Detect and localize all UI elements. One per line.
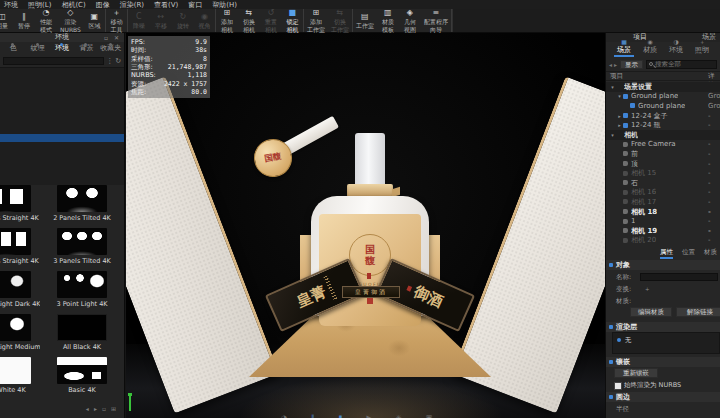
scene-tree-row[interactable]: ▸ 12-24 盒子 - [606,111,720,121]
footer-icon[interactable]: ◂ [86,405,89,412]
toolbar-button[interactable]: ≡ 配置程序 向导 [421,9,452,32]
scene-tree-row[interactable]: ▾ 场景设置 [606,82,720,92]
toolbar-button[interactable]: ＋ 移动 工具 [106,9,128,32]
retessellate-button[interactable]: 重新镶嵌 [614,368,658,378]
footer-icon[interactable]: ⊞ [111,405,116,412]
object-name-input[interactable] [640,273,718,281]
unlink-material-button[interactable]: 解除链接 [676,307,720,317]
environment-thumbnail[interactable]: 3 Point Light Dark 4K [0,271,40,308]
environment-tab[interactable]: 收藏夹 [99,43,123,55]
toolbar-button[interactable]: ◉ 视角 [194,9,216,32]
environment-thumbnail[interactable]: 3 Point Light Medium 4K [0,314,40,351]
tree-expand-arrow[interactable]: ▾ [616,93,623,99]
toolbar-button[interactable]: ↔ 平移 [150,9,172,32]
transform-icon[interactable]: ＋ [644,284,651,294]
footer-icon[interactable]: ▫ [102,405,106,412]
toolbar-button[interactable]: ↺ 重置 相机 [260,9,282,32]
show-filter-button[interactable]: 显示 [620,60,643,69]
environment-tab[interactable]: 环境 [50,43,74,55]
toolbar-button[interactable]: ⇆ 切换 工作室 [328,9,353,32]
scene-tree-row[interactable]: 相机 16 - [606,188,720,198]
project-tab[interactable]: ▦ 场景 [612,42,636,57]
panel-dock-close-icons[interactable]: ▫ ✕ [104,33,121,42]
viewport-toolbar-icon[interactable]: ▮ [339,414,343,418]
properties-tab[interactable]: 位置 [682,248,695,257]
viewport-toolbar-icon[interactable]: ▶ [366,414,371,418]
tree-expand-arrow[interactable]: ▾ [609,132,616,138]
scene-tree-row[interactable]: ▾ Ground plane Ground [606,92,720,102]
scene-tree-row[interactable]: 前 - [606,149,720,159]
toolbar-button[interactable]: ⊞ 添加 工作室 [304,9,328,32]
environment-tab[interactable]: 色 [1,43,25,55]
environment-search-input[interactable] [3,57,104,65]
toolbar-button-icon: ◉ [201,13,208,21]
toolbar-button[interactable]: ⇆ 切换 相机 [238,9,260,32]
filter-icon[interactable]: ⋮ [106,58,113,65]
edit-material-button[interactable]: 编辑材质 [630,307,672,317]
viewport-toolbar-icon[interactable]: ▣ [426,414,433,418]
environment-thumbnail[interactable]: Basic 4K [48,357,116,394]
project-tab[interactable]: ＋ 照明 [690,42,714,57]
scene-search-placeholder: 搜索全部 [655,60,681,69]
realtime-viewport[interactable]: 国馥 国馥 GUOFU 御盒香 皇菁 御酒 皇菁御酒 [126,33,605,418]
environment-thumbnail[interactable]: 3 Panels Straight 4K [0,228,40,265]
toolbar-button[interactable]: ▤ 工作室 [353,9,377,32]
project-tab[interactable]: ◉ 材质 [638,42,662,57]
toolbar-button[interactable]: ▥ 材质 模板 [377,9,399,32]
environment-thumbnail[interactable]: All Black 4K [48,314,116,351]
column-item[interactable]: 项目 [610,72,623,81]
environment-thumbnail[interactable]: All White 4K [0,357,40,394]
scene-tree-row[interactable]: 相机 18 - [606,207,720,217]
toolbar-button[interactable]: ◔ 性能 模式 [35,9,57,32]
scene-tree-row[interactable]: ▾ 相机 [606,130,720,140]
toolbar-button[interactable]: ◫ 用量 [0,9,13,32]
environment-thumbnail[interactable]: 2 Panels Tilted 4K [48,185,116,222]
stats-row: 采样值: 8 [131,55,207,63]
render-layer-list[interactable]: 无 [612,332,720,354]
tree-expand-arrow[interactable]: ▸ [616,113,623,119]
scene-tree-row[interactable]: ▸ 12-24 瓶 - [606,120,720,130]
project-tab[interactable]: ◑ 环境 [664,42,688,57]
refresh-icon[interactable]: ↻ [115,58,121,65]
bottle-cap [355,133,385,186]
footer-icon[interactable]: ▸ [94,405,97,412]
scene-tree-row[interactable]: Free Camera - [606,140,720,150]
environment-tab[interactable]: 纹理 [25,43,49,55]
properties-tab[interactable]: 材质 [704,248,717,257]
toolbar-button[interactable]: ⊞ 添加 相机 [216,9,238,32]
viewport-toolbar-icon[interactable]: ◔ [281,414,287,418]
project-panel: 项目 场景 ▦ 场景 ◉ 材质 ◑ 环境 [605,33,720,418]
toolbar-button[interactable]: C 降噪 [128,9,150,32]
toolbar-button[interactable]: ∥ 暂停 [13,9,35,32]
scene-tree-row[interactable]: 相机 19 - [606,226,720,236]
viewport-toolbar-icon[interactable]: ✳ [396,414,402,418]
scene-tree-row[interactable]: 1 - [606,216,720,226]
environment-thumbnail[interactable]: 3 Panels Tilted 4K [48,228,116,265]
viewport-toolbar-icon[interactable]: ∥ [311,414,315,418]
scene-tree-row[interactable]: 相机 15 - [606,168,720,178]
tree-expand-arrow[interactable]: ▾ [609,84,616,90]
toolbar-button[interactable]: ▣ 区域 [84,9,106,32]
scene-search-input[interactable]: 搜索全部 [646,60,717,69]
scene-tree-row[interactable]: 相机 20 - [606,236,720,246]
toolbar-button[interactable]: ■ 锁定 相机 [282,9,304,32]
toolbar-button[interactable]: ◇ 渲染 NURBS [57,9,84,32]
render-layer-none-item[interactable]: 无 [617,336,632,345]
properties-tab[interactable]: 属性 [660,248,673,257]
environment-tab[interactable]: 背景 [74,43,98,55]
environment-list[interactable] [0,67,124,185]
scene-tree-row[interactable]: 右 - [606,178,720,188]
environment-list-selected-row[interactable] [0,134,124,142]
history-arrows[interactable]: ◂ ▸ [609,61,617,68]
scene-tree-row[interactable]: 相机 17 - [606,197,720,207]
environment-thumbnail[interactable]: 2 Panels Straight 4K [0,185,40,222]
scene-tree-row[interactable]: Ground plane Ground [606,101,720,111]
scene-tree-row[interactable]: 顶 - [606,159,720,169]
tree-item-label: 12-24 盒子 [631,111,668,121]
tree-expand-arrow[interactable]: ▸ [616,122,623,128]
render-as-nurbs-checkbox[interactable]: 始终渲染为 NURBS [614,381,681,389]
environment-thumbnail[interactable]: 3 Point Light 4K [48,271,116,308]
toolbar-button[interactable]: ◈ 几何 视图 [399,9,421,32]
object-material-row: 材质: [606,296,720,306]
toolbar-button[interactable]: ↻ 旋转 [172,9,194,32]
